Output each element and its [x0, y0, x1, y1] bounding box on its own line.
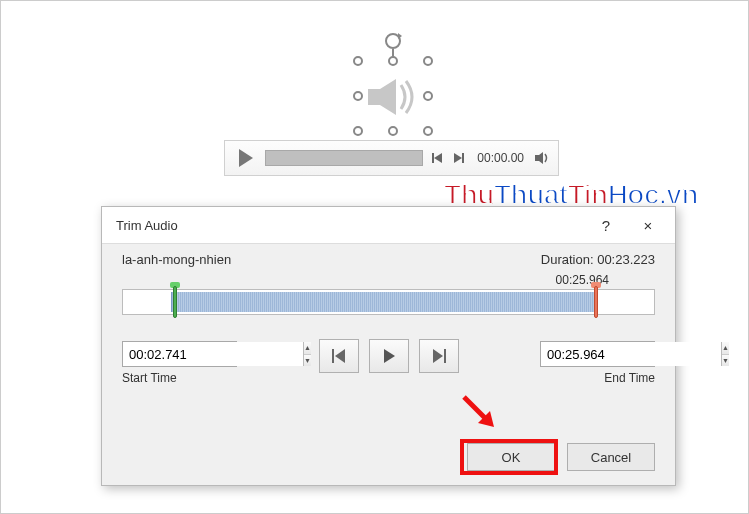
volume-icon[interactable] — [534, 150, 550, 166]
end-marker-time: 00:25.964 — [122, 273, 609, 287]
resize-handle[interactable] — [388, 56, 398, 66]
svg-line-11 — [464, 397, 490, 423]
annotation-arrow-icon — [460, 393, 502, 435]
resize-handle[interactable] — [423, 126, 433, 136]
dialog-title: Trim Audio — [116, 218, 585, 233]
resize-handle[interactable] — [388, 126, 398, 136]
start-time-input[interactable] — [123, 342, 303, 366]
player-time: 00:00.00 — [477, 151, 524, 165]
start-marker[interactable] — [170, 286, 180, 318]
file-name-label: la-anh-mong-nhien — [122, 252, 231, 267]
close-button[interactable]: × — [627, 210, 669, 240]
dialog-titlebar[interactable]: Trim Audio ? × — [102, 207, 675, 243]
skip-back-button[interactable] — [429, 150, 445, 166]
trim-audio-dialog: Trim Audio ? × la-anh-mong-nhien Duratio… — [101, 206, 676, 486]
play-button[interactable] — [369, 339, 409, 373]
end-marker[interactable] — [591, 286, 601, 318]
frame-back-button[interactable] — [319, 339, 359, 373]
svg-rect-10 — [444, 349, 446, 363]
end-time-spinner[interactable]: ▲ ▼ — [540, 341, 655, 367]
skip-forward-button[interactable] — [451, 150, 467, 166]
svg-marker-0 — [368, 79, 396, 115]
audio-object-selected[interactable] — [358, 61, 428, 131]
svg-rect-2 — [432, 153, 434, 163]
rotate-handle-icon[interactable] — [385, 33, 401, 49]
svg-marker-1 — [434, 153, 442, 163]
end-time-input[interactable] — [541, 342, 721, 366]
svg-marker-7 — [335, 349, 345, 363]
start-time-down[interactable]: ▼ — [304, 354, 311, 367]
end-time-down[interactable]: ▼ — [722, 354, 729, 367]
resize-handle[interactable] — [423, 91, 433, 101]
play-button[interactable] — [239, 149, 253, 167]
svg-marker-5 — [535, 152, 543, 164]
end-time-label: End Time — [604, 371, 655, 385]
resize-handle[interactable] — [353, 91, 363, 101]
resize-handle[interactable] — [353, 126, 363, 136]
svg-marker-12 — [478, 411, 494, 427]
audio-player-bar: 00:00.00 — [224, 140, 559, 176]
end-time-up[interactable]: ▲ — [722, 342, 729, 354]
progress-track[interactable] — [265, 150, 423, 166]
waveform-track[interactable] — [122, 289, 655, 315]
svg-rect-6 — [332, 349, 334, 363]
help-button[interactable]: ? — [585, 210, 627, 240]
start-time-label: Start Time — [122, 371, 237, 385]
resize-handle[interactable] — [423, 56, 433, 66]
svg-rect-4 — [462, 153, 464, 163]
svg-marker-9 — [433, 349, 443, 363]
cancel-button[interactable]: Cancel — [567, 443, 655, 471]
resize-handle[interactable] — [353, 56, 363, 66]
start-time-spinner[interactable]: ▲ ▼ — [122, 341, 237, 367]
svg-marker-3 — [454, 153, 462, 163]
duration-label: Duration: 00:23.223 — [541, 252, 655, 267]
speaker-icon — [366, 77, 420, 117]
svg-marker-8 — [384, 349, 395, 363]
start-time-up[interactable]: ▲ — [304, 342, 311, 354]
ok-button[interactable]: OK — [467, 443, 555, 471]
frame-forward-button[interactable] — [419, 339, 459, 373]
